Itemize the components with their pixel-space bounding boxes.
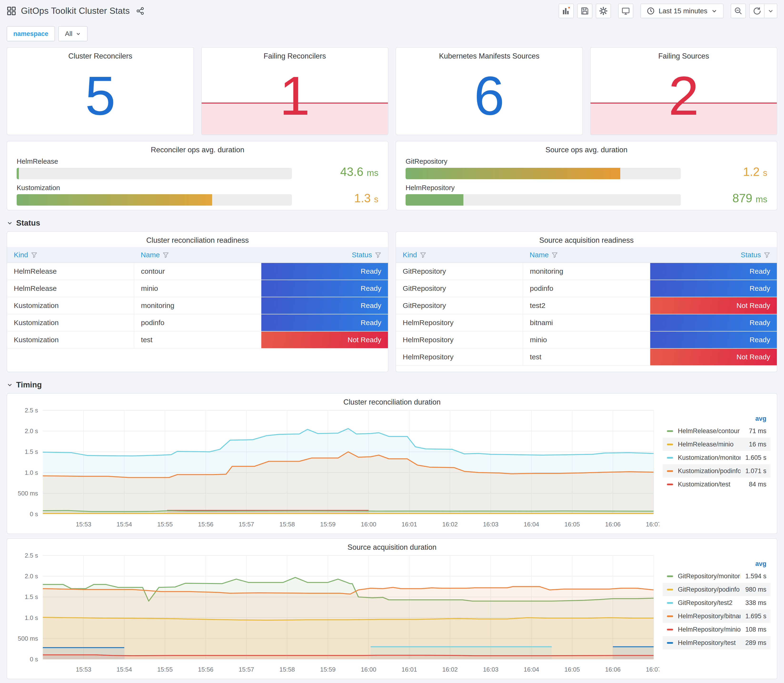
legend-series-label[interactable]: HelmRepository/test — [678, 639, 741, 646]
filter-icon[interactable] — [163, 252, 169, 258]
filter-icon[interactable] — [375, 252, 381, 258]
legend-series-label[interactable]: Kustomization/monitoring — [678, 454, 741, 462]
legend-series-avg: 338 ms — [741, 599, 766, 607]
bargauge-panels-row: Reconciler ops avg. duration HelmRelease… — [6, 141, 778, 210]
status-badge: Ready — [650, 263, 777, 280]
dashboard-settings-button[interactable] — [596, 3, 611, 18]
svg-text:1.5 s: 1.5 s — [25, 448, 38, 455]
legend-series-avg: 1.594 s — [741, 572, 766, 580]
legend-series-avg: 108 ms — [741, 626, 766, 633]
column-header-status[interactable]: Status — [650, 247, 777, 263]
stat-panel-failing-sources: Failing Sources2 — [590, 47, 778, 135]
column-header-kind[interactable]: Kind — [7, 247, 134, 263]
legend-row: GitRepository/test2 338 ms — [663, 596, 771, 609]
timing-section-toggle[interactable]: Timing — [6, 380, 778, 390]
legend-series-label[interactable]: GitRepository/monitoring — [678, 572, 741, 580]
legend-row: GitRepository/podinfo 980 ms — [663, 583, 771, 596]
gauge-row-gitrepository: GitRepository 1.2 s — [406, 157, 767, 179]
status-badge: Ready — [261, 280, 388, 297]
time-series-plot[interactable]: 0 s500 ms1.0 s1.5 s2.0 s2.5 s15:5315:541… — [7, 552, 663, 676]
column-header-kind[interactable]: Kind — [396, 247, 523, 263]
cycle-view-mode-button[interactable] — [618, 3, 633, 18]
panel-title[interactable]: Source acquisition readiness — [396, 232, 777, 245]
status-cell: Ready — [650, 314, 777, 331]
name-cell: monitoring — [523, 263, 650, 280]
legend-series-label[interactable]: GitRepository/podinfo — [678, 586, 741, 593]
gauge-value: 43.6 ms — [300, 165, 378, 179]
series-color-swatch — [667, 642, 673, 644]
filter-icon[interactable] — [764, 252, 770, 258]
dashboard-header: GitOps Toolkit Cluster Stats — [0, 0, 784, 22]
dashboards-grid-icon[interactable] — [6, 6, 16, 16]
table-row: GitRepository test2 Not Ready — [396, 297, 777, 314]
chevron-down-icon — [711, 8, 717, 14]
legend-series-label[interactable]: Kustomization/test — [678, 481, 744, 488]
table-row: HelmRepository minio Ready — [396, 331, 777, 348]
gauge-row-kustomization: Kustomization 1.3 s — [17, 184, 378, 205]
filter-icon[interactable] — [552, 252, 558, 258]
legend-avg-header[interactable]: avg — [663, 415, 771, 424]
panel-title[interactable]: Cluster reconciliation readiness — [7, 232, 388, 245]
name-cell: podinfo — [134, 314, 261, 331]
time-range-picker[interactable]: Last 15 minutes — [640, 3, 723, 18]
column-header-name[interactable]: Name — [134, 247, 261, 263]
zoom-out-button[interactable] — [731, 3, 746, 18]
refresh-interval-dropdown[interactable] — [765, 3, 778, 18]
stat-panel-cluster-reconcilers: Cluster Reconcilers5 — [6, 47, 194, 135]
legend-row: GitRepository/monitoring 1.594 s — [663, 569, 771, 583]
panel-title[interactable]: Failing Reconcilers — [202, 48, 388, 61]
kind-cell: Kustomization — [7, 314, 134, 331]
legend-series-label[interactable]: GitRepository/test2 — [678, 599, 741, 607]
column-header-name[interactable]: Name — [523, 247, 650, 263]
stat-value: 1 — [202, 48, 388, 135]
panel-title[interactable]: Reconciler ops avg. duration — [7, 141, 388, 154]
panel-title[interactable]: Failing Sources — [590, 48, 777, 61]
time-range-label: Last 15 minutes — [659, 7, 707, 15]
series-color-swatch — [667, 430, 673, 432]
series-color-swatch — [667, 457, 673, 459]
time-series-plot[interactable]: 0 s500 ms1.0 s1.5 s2.0 s2.5 s15:5315:541… — [7, 406, 663, 531]
legend-series-label[interactable]: Kustomization/podinfo — [678, 467, 741, 475]
dashboard-toolbar: Last 15 minutes — [559, 3, 778, 18]
column-header-status[interactable]: Status — [261, 247, 388, 263]
name-cell: test — [134, 331, 261, 348]
page-title[interactable]: GitOps Toolkit Cluster Stats — [21, 6, 130, 16]
status-cell: Ready — [261, 297, 388, 314]
bargauge-panel-source-ops-avg-duration: Source ops avg. duration GitRepository 1… — [396, 141, 778, 210]
svg-text:15:59: 15:59 — [320, 521, 336, 528]
refresh-button[interactable] — [749, 3, 765, 18]
svg-text:15:56: 15:56 — [198, 521, 213, 528]
filter-icon[interactable] — [31, 252, 37, 258]
save-dashboard-button[interactable] — [577, 3, 592, 18]
panel-title[interactable]: Source ops avg. duration — [396, 141, 777, 154]
namespace-variable-dropdown[interactable]: All — [58, 26, 88, 42]
namespace-variable-value: All — [65, 30, 72, 38]
svg-text:16:02: 16:02 — [442, 666, 458, 673]
table-panel-source-acquisition-readiness: Source acquisition readiness Kind Name S… — [396, 231, 778, 372]
legend-series-label[interactable]: HelmRepository/minio — [678, 626, 741, 633]
panel-title[interactable]: Kubernetes Manifests Sources — [396, 48, 582, 61]
svg-text:2.5 s: 2.5 s — [25, 552, 38, 559]
legend-series-label[interactable]: HelmRelease/contour — [678, 427, 744, 435]
namespace-variable-label[interactable]: namespace — [6, 26, 55, 42]
series-color-swatch — [667, 470, 673, 472]
table-row: HelmRepository test Not Ready — [396, 348, 777, 366]
status-section-toggle[interactable]: Status — [6, 218, 778, 228]
status-cell: Not Ready — [650, 297, 777, 314]
share-icon[interactable] — [136, 6, 144, 15]
panel-title[interactable]: Cluster Reconcilers — [7, 48, 194, 61]
panel-title[interactable]: Source acquisition duration — [7, 539, 777, 552]
legend-series-label[interactable]: HelmRepository/bitnami — [678, 612, 741, 620]
series-color-swatch — [667, 444, 673, 445]
svg-text:16:06: 16:06 — [605, 666, 620, 673]
panel-title[interactable]: Cluster reconciliation duration — [7, 394, 777, 406]
legend-avg-header[interactable]: avg — [663, 560, 771, 569]
legend-row: Kustomization/test 84 ms — [663, 478, 771, 491]
stat-value: 5 — [7, 48, 194, 135]
svg-text:15:57: 15:57 — [239, 666, 254, 673]
add-panel-button[interactable] — [559, 3, 574, 18]
legend-series-label[interactable]: HelmRelease/minio — [678, 441, 744, 448]
filter-icon[interactable] — [420, 252, 426, 258]
table-row: GitRepository monitoring Ready — [396, 263, 777, 280]
status-badge: Not Ready — [650, 297, 777, 314]
